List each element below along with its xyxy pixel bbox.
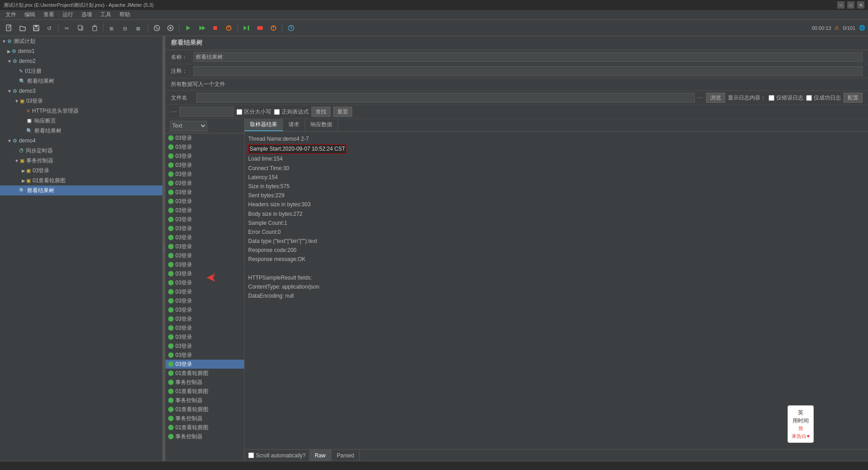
- maximize-button[interactable]: □: [847, 1, 854, 9]
- result-item-23[interactable]: 03登录: [165, 332, 244, 342]
- result-item-26[interactable]: 03登录: [165, 360, 244, 369]
- new-button[interactable]: [3, 22, 15, 34]
- tab-raw[interactable]: Raw: [309, 450, 331, 461]
- menu-file[interactable]: 文件: [2, 10, 20, 19]
- find-button[interactable]: 查找: [311, 107, 330, 117]
- result-item-19[interactable]: 03登录: [165, 296, 244, 305]
- expand-button[interactable]: ⊞: [106, 22, 118, 34]
- result-item-15[interactable]: 03登录: [165, 260, 244, 269]
- comment-input[interactable]: [193, 66, 863, 76]
- save-button[interactable]: [30, 22, 42, 34]
- err-log-label[interactable]: 仅错误日志: [769, 94, 803, 102]
- result-item-21[interactable]: 03登录: [165, 314, 244, 323]
- result-item-28[interactable]: 事务控制器: [165, 378, 244, 387]
- sidebar-item-reg01[interactable]: ✎ 01注册: [0, 66, 162, 76]
- success-chk-label[interactable]: 仅成功日志: [806, 94, 841, 102]
- result-item-18[interactable]: 03登录: [165, 287, 244, 296]
- result-item-3[interactable]: 03登录: [165, 152, 244, 161]
- sidebar-item-test-plan[interactable]: ▼ ⚙ 测试计划: [0, 36, 162, 46]
- result-item-27[interactable]: 01查看轮廓图: [165, 369, 244, 378]
- result-item-32[interactable]: 事务控制器: [165, 414, 244, 423]
- menu-tools[interactable]: 工具: [97, 10, 115, 19]
- revert-button[interactable]: ↺: [43, 22, 56, 34]
- result-item-10[interactable]: 03登录: [165, 215, 244, 224]
- search-input[interactable]: [179, 107, 234, 117]
- result-item-13[interactable]: 03登录: [165, 242, 244, 251]
- menu-edit[interactable]: 编辑: [21, 10, 39, 19]
- result-item-6[interactable]: 03登录: [165, 179, 244, 188]
- result-item-17[interactable]: 03登录: [165, 278, 244, 287]
- regex-label[interactable]: 正则表达式: [274, 108, 309, 116]
- remote-shutdown-button[interactable]: [267, 22, 280, 34]
- sidebar-item-demo2[interactable]: ▼ ⚙ demo2: [0, 56, 162, 66]
- config-button[interactable]: 配置: [844, 93, 863, 103]
- sidebar-item-timer1[interactable]: ⏱ 同步定时器: [0, 146, 162, 156]
- toggle-button[interactable]: ⊠: [133, 22, 146, 34]
- result-item-7[interactable]: 03登录: [165, 188, 244, 197]
- sidebar-item-http-header[interactable]: ✕ HTTP信息头管理器: [0, 106, 162, 116]
- result-type-select[interactable]: Text取样器结果请求响应数据: [170, 121, 207, 131]
- tab-parsed[interactable]: Parsed: [331, 450, 360, 461]
- browse-button[interactable]: 浏览: [706, 93, 725, 103]
- remote-start-button[interactable]: [240, 22, 253, 34]
- menu-view[interactable]: 查看: [40, 10, 58, 19]
- name-input[interactable]: [193, 52, 863, 62]
- result-item-14[interactable]: 03登录: [165, 251, 244, 260]
- regex-checkbox[interactable]: [274, 109, 280, 115]
- detail-tab-item-2[interactable]: 响应数据: [305, 119, 338, 131]
- case-sensitive-label[interactable]: 区分大小写: [236, 108, 271, 116]
- case-sensitive-checkbox[interactable]: [236, 109, 242, 115]
- result-item-30[interactable]: 事务控制器: [165, 396, 244, 405]
- result-item-11[interactable]: 03登录: [165, 224, 244, 233]
- sidebar-item-dir03-2[interactable]: ▶ ▣ 03登录: [0, 166, 162, 176]
- result-item-16[interactable]: 03登录: [165, 269, 244, 278]
- result-item-25[interactable]: 03登录: [165, 351, 244, 360]
- result-item-33[interactable]: 01查看轮廓图: [165, 423, 244, 432]
- result-item-4[interactable]: 03登录: [165, 161, 244, 170]
- open-button[interactable]: [16, 22, 29, 34]
- result-item-5[interactable]: 03登录: [165, 170, 244, 179]
- stop-button[interactable]: [209, 22, 222, 34]
- result-item-12[interactable]: 03登录: [165, 233, 244, 242]
- scroll-auto-checkbox[interactable]: [248, 452, 254, 458]
- sidebar-item-demo3[interactable]: ▼ ⚙ demo3: [0, 86, 162, 96]
- sidebar-item-assert[interactable]: 🔲 响应断言: [0, 116, 162, 126]
- cut-button[interactable]: ✂: [61, 22, 74, 34]
- result-item-1[interactable]: 03登录: [165, 133, 244, 142]
- clear-button[interactable]: [151, 22, 163, 34]
- start-button[interactable]: [182, 22, 194, 34]
- result-item-8[interactable]: 03登录: [165, 197, 244, 206]
- help-button[interactable]: ?: [285, 22, 297, 34]
- result-item-22[interactable]: 03登录: [165, 323, 244, 332]
- result-item-24[interactable]: 03登录: [165, 342, 244, 351]
- paste-button[interactable]: [88, 22, 101, 34]
- menu-run[interactable]: 运行: [59, 10, 77, 19]
- file-input[interactable]: [196, 93, 695, 103]
- err-log-checkbox[interactable]: [769, 95, 774, 101]
- clear-all-button[interactable]: [164, 22, 177, 34]
- success-checkbox[interactable]: [806, 95, 812, 101]
- menu-options[interactable]: 选项: [78, 10, 96, 19]
- shutdown-button[interactable]: [222, 22, 235, 34]
- sidebar-item-view01[interactable]: ▶ ▣ 01查看轮廓图: [0, 176, 162, 185]
- result-item-34[interactable]: 事务控制器: [165, 432, 244, 441]
- sidebar-item-tx-ctrl[interactable]: ▼ ▣ 事务控制器: [0, 156, 162, 166]
- detail-tab-item-0[interactable]: 取样器结果: [245, 119, 283, 131]
- result-item-29[interactable]: 01查看轮廓图: [165, 387, 244, 396]
- sidebar-item-result-tree2[interactable]: 🔍 察看结果树: [0, 126, 162, 136]
- overlay-widget[interactable]: 英 用时间 简 来告白♥: [788, 405, 814, 443]
- detail-tab-item-1[interactable]: 请求: [283, 119, 305, 131]
- sidebar-item-result-tree1[interactable]: 🔍 察看结果树: [0, 76, 162, 86]
- start-no-pause-button[interactable]: [195, 22, 208, 34]
- minimize-button[interactable]: ─: [837, 1, 844, 9]
- collapse-button[interactable]: ⊟: [119, 22, 132, 34]
- result-item-31[interactable]: 01查看轮廓图: [165, 405, 244, 414]
- close-button[interactable]: ✕: [857, 1, 864, 9]
- result-item-9[interactable]: 03登录: [165, 206, 244, 215]
- sidebar-item-result-tree3[interactable]: 🔍 察看结果树: [0, 185, 162, 195]
- result-item-20[interactable]: 03登录: [165, 305, 244, 314]
- sidebar-item-dir03[interactable]: ▼ ▣ 03登录: [0, 96, 162, 106]
- result-item-2[interactable]: 03登录: [165, 142, 244, 152]
- sidebar-item-demo4[interactable]: ▼ ⚙ demo4: [0, 136, 162, 146]
- copy-button[interactable]: [75, 22, 87, 34]
